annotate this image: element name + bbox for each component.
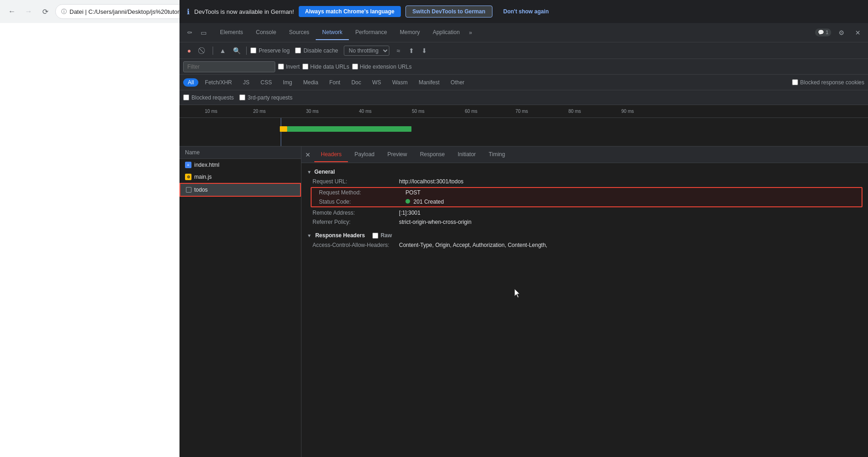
highlighted-fields-box: Request Method: POST Status Code: 201 Cr… — [311, 187, 862, 207]
tab-application[interactable]: Application — [426, 25, 466, 40]
hide-extension-urls-checkbox[interactable] — [352, 64, 358, 70]
header-row-url: Request URL: http://localhost:3001/todos — [301, 177, 868, 186]
filename-todos: todos — [194, 187, 208, 193]
tab-console[interactable]: Console — [249, 25, 283, 40]
search-button[interactable]: 🔍 — [231, 45, 243, 57]
hide-data-urls-checkbox[interactable] — [302, 64, 308, 70]
filter-ws[interactable]: WS — [368, 78, 386, 87]
header-key-access-control: Access-Control-Allow-Headers: — [312, 242, 395, 248]
devtools-icon-buttons: ⚰ ▭ — [183, 26, 210, 39]
filter-input[interactable] — [183, 61, 275, 72]
filter-img[interactable]: Img — [278, 78, 297, 87]
reload-button[interactable]: ⟳ — [39, 5, 52, 18]
tab-elements[interactable]: Elements — [214, 25, 249, 40]
invert-label[interactable]: Invert — [278, 64, 300, 70]
filter-other[interactable]: Other — [446, 78, 469, 87]
response-headers-arrow: ▼ — [307, 233, 312, 238]
hide-extension-urls-label[interactable]: Hide extension URLs — [352, 64, 412, 70]
tab-memory[interactable]: Memory — [393, 25, 426, 40]
tab-response[interactable]: Response — [413, 147, 451, 162]
upload-button[interactable]: ⬆ — [406, 45, 417, 56]
header-value-url: http://localhost:3001/todos — [399, 178, 463, 185]
blocked-requests-label[interactable]: Blocked requests — [183, 94, 234, 101]
filter-doc[interactable]: Doc — [347, 78, 365, 87]
filter-js[interactable]: JS — [238, 78, 254, 87]
name-header: Name — [179, 146, 301, 159]
wifi-icon-button[interactable]: ≈ — [393, 45, 404, 56]
invert-checkbox[interactable] — [278, 64, 284, 70]
file-item-index-html[interactable]: ≡ index.html — [179, 159, 301, 171]
tick-10ms: 10 ms — [205, 109, 217, 114]
tab-network[interactable]: Network — [316, 25, 349, 40]
filename-index: index.html — [194, 162, 220, 168]
file-item-main-js[interactable]: ⚙ main.js — [179, 171, 301, 183]
header-row-method: Request Method: POST — [312, 188, 862, 197]
raw-checkbox[interactable] — [372, 233, 378, 239]
clear-button[interactable]: ⃠ — [197, 45, 209, 57]
header-value-remote: [:1]:3001 — [399, 210, 421, 216]
third-party-checkbox[interactable] — [239, 94, 245, 100]
extra-filter-row: Blocked requests 3rd-party requests — [179, 90, 868, 105]
blocked-response-checkbox[interactable] — [792, 79, 798, 85]
file-item-todos[interactable]: todos — [179, 183, 301, 197]
dont-show-button[interactable]: Don't show again — [497, 6, 556, 17]
header-key-remote: Remote Address: — [312, 210, 395, 216]
tick-20ms: 20 ms — [253, 109, 266, 114]
forward-button[interactable]: → — [22, 5, 35, 18]
filter-button[interactable]: ▲ — [217, 45, 229, 57]
filter-fetch-xhr[interactable]: Fetch/XHR — [200, 78, 237, 87]
main-split: Name ≡ index.html ⚙ main.js — [179, 146, 868, 457]
tab-performance[interactable]: Performance — [349, 25, 393, 40]
tab-payload[interactable]: Payload — [348, 147, 381, 162]
devtools-notification: ℹ DevTools is now available in German! A… — [179, 0, 868, 23]
download-button[interactable]: ⬇ — [419, 45, 430, 56]
raw-label[interactable]: Raw — [372, 232, 392, 239]
tab-initiator[interactable]: Initiator — [451, 147, 482, 162]
tick-30ms: 30 ms — [306, 109, 318, 114]
match-language-button[interactable]: Always match Chrome's language — [299, 6, 401, 17]
filter-media[interactable]: Media — [299, 78, 323, 87]
throttle-select[interactable]: No throttling — [344, 46, 389, 56]
devtools-close-button[interactable]: ✕ — [851, 26, 864, 39]
general-arrow: ▼ — [307, 170, 312, 175]
html-file-icon: ≡ — [185, 162, 191, 168]
js-file-icon: ⚙ — [185, 174, 191, 180]
back-button[interactable]: ← — [6, 5, 18, 18]
network-toolbar: ● ⃠ ▲ 🔍 Preserve log Disable cache No th… — [179, 42, 868, 59]
devtools-settings-button[interactable]: ⚙ — [835, 26, 848, 39]
timeline-ruler: 10 ms 20 ms 30 ms 40 ms 50 ms 60 ms 70 m… — [179, 105, 868, 118]
tick-80ms: 80 ms — [568, 109, 581, 114]
blocked-requests-checkbox[interactable] — [183, 94, 189, 100]
waterfall-bar-waiting — [280, 126, 287, 132]
header-row-access-control: Access-Control-Allow-Headers: Content-Ty… — [301, 240, 868, 250]
record-button[interactable]: ● — [183, 45, 195, 57]
tab-preview[interactable]: Preview — [381, 147, 414, 162]
filter-all[interactable]: All — [183, 78, 198, 87]
switch-devtools-button[interactable]: Switch DevTools to German — [405, 6, 492, 18]
tab-timing[interactable]: Timing — [482, 147, 512, 162]
tab-headers[interactable]: Headers — [314, 147, 348, 162]
filter-manifest[interactable]: Manifest — [414, 78, 444, 87]
tab-sources[interactable]: Sources — [283, 25, 316, 40]
tick-50ms: 50 ms — [412, 109, 424, 114]
disable-cache-checkbox[interactable] — [295, 47, 301, 53]
todos-file-icon — [186, 187, 191, 193]
close-detail-button[interactable]: ✕ — [301, 148, 314, 161]
filter-wasm[interactable]: Wasm — [388, 78, 412, 87]
preserve-log-checkbox[interactable] — [250, 47, 256, 53]
protocol-icon: ⓘ — [61, 8, 67, 16]
filter-font[interactable]: Font — [324, 78, 345, 87]
device-toolbar-button[interactable]: ▭ — [197, 26, 210, 39]
third-party-label[interactable]: 3rd-party requests — [239, 94, 292, 101]
inspect-element-button[interactable]: ⚰ — [183, 26, 196, 39]
header-key-method: Request Method: — [319, 189, 402, 196]
disable-cache-label[interactable]: Disable cache — [295, 47, 338, 54]
tab-more-button[interactable]: » — [466, 26, 475, 40]
hide-data-urls-label[interactable]: Hide data URLs — [302, 64, 349, 70]
general-section: ▼ General Request URL: http://localhost:… — [301, 167, 868, 227]
preserve-log-label[interactable]: Preserve log — [250, 47, 289, 54]
blocked-response-label[interactable]: Blocked response cookies — [792, 79, 864, 86]
filter-css[interactable]: CSS — [256, 78, 277, 87]
filter-row: Invert Hide data URLs Hide extension URL… — [179, 59, 868, 75]
header-key-url: Request URL: — [312, 178, 395, 185]
